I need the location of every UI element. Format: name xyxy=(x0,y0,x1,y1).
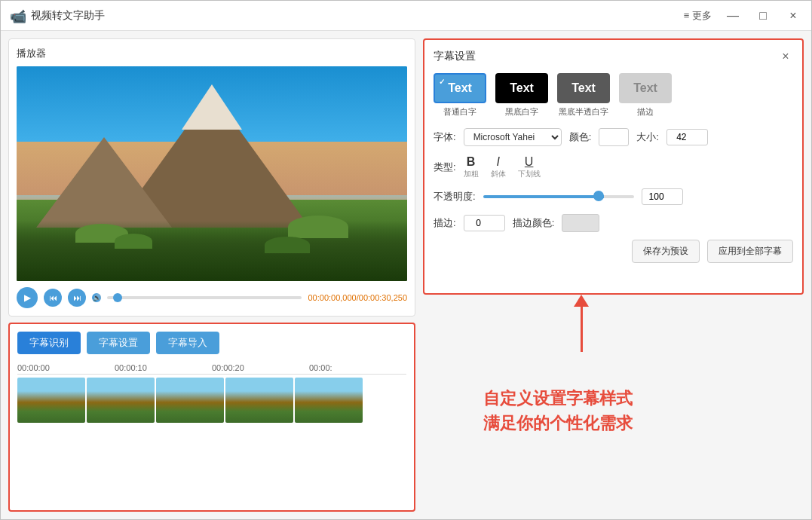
progress-bar[interactable] xyxy=(107,296,302,299)
close-button[interactable]: × xyxy=(784,7,802,25)
selected-checkmark: ✓ xyxy=(437,76,447,87)
bold-button[interactable]: B 加粗 xyxy=(464,155,479,179)
font-select[interactable]: Microsoft Yahei xyxy=(464,128,562,146)
color-label: 颜色: xyxy=(569,130,592,144)
rewind-button[interactable]: ⏮ xyxy=(44,289,62,307)
opacity-row: 不透明度: xyxy=(434,188,793,205)
timeline-tracks[interactable] xyxy=(17,378,406,430)
style-label-normal: 普通白字 xyxy=(443,106,476,118)
size-label: 大小: xyxy=(636,130,659,144)
panel-title: 字幕设置 xyxy=(434,50,476,63)
titlebar: 📹 视频转文字助手 ≡ 更多 — □ × xyxy=(1,1,811,31)
opacity-slider[interactable] xyxy=(483,195,634,198)
track-thumb-2 xyxy=(87,378,155,423)
italic-label: 斜体 xyxy=(491,169,506,179)
panel-header: 字幕设置 × xyxy=(434,49,793,64)
style-label-black-bg: 黑底白字 xyxy=(505,106,538,118)
apply-all-button[interactable]: 应用到全部字幕 xyxy=(707,240,793,263)
subtitle-settings-button[interactable]: 字幕设置 xyxy=(87,332,150,354)
track-thumb-5 xyxy=(295,378,363,423)
app-window: 📹 视频转文字助手 ≡ 更多 — □ × 播放器 xyxy=(0,0,812,520)
opacity-label: 不透明度: xyxy=(434,190,476,203)
style-preview-normal[interactable]: ✓ Text xyxy=(434,73,486,103)
forward-button[interactable]: ⏭ xyxy=(68,289,86,307)
video-area xyxy=(17,66,407,281)
time-display: 00:00:00,000/00:00:30,250 xyxy=(308,293,407,302)
maximize-button[interactable]: □ xyxy=(754,7,772,25)
opacity-input[interactable] xyxy=(642,188,683,205)
style-option-outline[interactable]: Text 描边 xyxy=(619,73,672,118)
bold-label: 加粗 xyxy=(464,169,479,179)
subtitle-buttons: 字幕识别 字幕设置 字幕导入 xyxy=(17,332,406,354)
annotation-area: 自定义设置字幕样式 满足你的个性化需求 xyxy=(423,310,804,512)
annotation-text: 自定义设置字幕样式 满足你的个性化需求 xyxy=(483,386,633,436)
subtitle-recognize-button[interactable]: 字幕识别 xyxy=(17,332,81,354)
titlebar-controls: ≡ 更多 — □ × xyxy=(684,7,802,25)
style-options: ✓ Text 普通白字 Text 黑底白字 xyxy=(434,73,793,118)
app-icon: 📹 xyxy=(10,8,25,23)
color-picker[interactable] xyxy=(599,128,629,146)
underline-button[interactable]: U 下划线 xyxy=(518,155,541,179)
progress-thumb[interactable] xyxy=(113,293,122,302)
action-buttons: 保存为预设 应用到全部字幕 xyxy=(434,240,793,263)
bold-text: B xyxy=(467,155,476,169)
volume-button[interactable]: 🔊 xyxy=(92,293,101,302)
style-preview-black-bg[interactable]: Text xyxy=(495,73,548,103)
stroke-label: 描边: xyxy=(434,216,456,230)
stroke-row: 描边: 描边颜色: xyxy=(434,214,793,232)
type-label: 类型: xyxy=(434,161,456,174)
italic-button[interactable]: I 斜体 xyxy=(491,155,506,179)
stroke-color-picker[interactable] xyxy=(562,214,599,232)
player-section: 播放器 xyxy=(8,38,415,317)
play-button[interactable]: ▶ xyxy=(17,287,38,308)
right-panel: 字幕设置 × ✓ Text 普通白字 xyxy=(423,38,804,512)
track-thumb-4 xyxy=(225,378,293,423)
style-option-black-bg[interactable]: Text 黑底白字 xyxy=(495,73,548,118)
style-label-dark-semi: 黑底半透白字 xyxy=(559,106,608,118)
app-title: 视频转文字助手 xyxy=(31,9,684,23)
save-preset-button[interactable]: 保存为预设 xyxy=(632,240,700,263)
main-content: 播放器 xyxy=(1,31,811,519)
font-row: 字体: Microsoft Yahei 颜色: 大小: xyxy=(434,128,793,146)
timeline-mark-3: 00:00: xyxy=(309,363,406,372)
player-title: 播放器 xyxy=(17,47,407,60)
style-preview-dark-semi[interactable]: Text xyxy=(557,73,610,103)
underline-text: U xyxy=(525,155,534,169)
font-label: 字体: xyxy=(434,130,456,144)
size-input[interactable] xyxy=(666,129,708,145)
style-preview-outline[interactable]: Text xyxy=(619,73,672,103)
subtitle-import-button[interactable]: 字幕导入 xyxy=(156,332,219,354)
opacity-thumb xyxy=(593,191,604,201)
arrow-head xyxy=(574,295,589,307)
style-option-dark-semi[interactable]: Text 黑底半透白字 xyxy=(557,73,610,118)
track-thumb-1 xyxy=(17,378,85,423)
subtitle-settings-panel: 字幕设置 × ✓ Text 普通白字 xyxy=(423,38,804,295)
timeline-mark-2: 00:00:20 xyxy=(212,363,309,372)
left-panel: 播放器 xyxy=(8,38,415,512)
italic-text: I xyxy=(496,155,499,169)
type-row: 类型: B 加粗 I 斜体 U 下划线 xyxy=(434,155,793,179)
timeline-ruler: 00:00:00 00:00:10 00:00:20 00:00: xyxy=(17,362,406,375)
style-label-outline: 描边 xyxy=(637,106,654,118)
type-buttons: B 加粗 I 斜体 U 下划线 xyxy=(464,155,541,179)
style-option-normal[interactable]: ✓ Text 普通白字 xyxy=(434,73,486,118)
annotation-line1: 自定义设置字幕样式 xyxy=(483,386,633,411)
minimize-button[interactable]: — xyxy=(724,7,742,25)
panel-close-button[interactable]: × xyxy=(778,49,793,64)
annotation-line2: 满足你的个性化需求 xyxy=(483,411,633,436)
underline-label: 下划线 xyxy=(518,169,541,179)
stroke-input[interactable] xyxy=(464,215,505,231)
menu-button[interactable]: ≡ 更多 xyxy=(684,9,712,23)
stroke-color-label: 描边颜色: xyxy=(513,216,555,230)
subtitle-bottom-section: 字幕识别 字幕设置 字幕导入 00:00:00 00:00:10 00:00:2… xyxy=(8,323,415,512)
track-thumb-3 xyxy=(156,378,224,423)
timeline-mark-1: 00:00:10 xyxy=(115,363,212,372)
player-controls: ▶ ⏮ ⏭ 🔊 00:00:00,000/00:00:30,250 xyxy=(17,287,407,308)
timeline-mark-0: 00:00:00 xyxy=(17,363,115,372)
